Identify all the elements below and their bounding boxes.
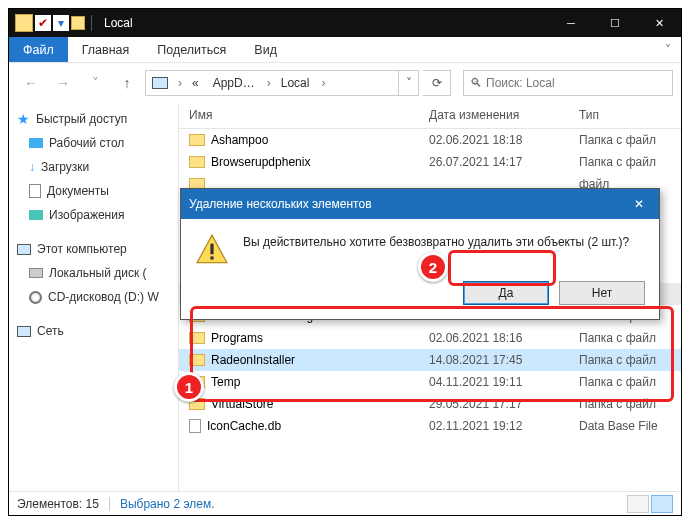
sidebar-item-desktop[interactable]: Рабочий стол (9, 131, 178, 155)
sidebar-item-images[interactable]: Изображения (9, 203, 178, 227)
dialog-message: Вы действительно хотите безвозвратно уда… (243, 233, 629, 249)
delete-confirmation-dialog: Удаление нескольких элементов ✕ Вы дейст… (180, 188, 660, 320)
row-type: Папка с файл (569, 331, 681, 345)
desktop-icon (29, 138, 43, 148)
row-name: Ashampoo (211, 133, 268, 147)
row-date: 02.11.2021 19:12 (419, 419, 569, 433)
sidebar-network[interactable]: Сеть (9, 319, 178, 343)
row-date: 26.07.2021 14:17 (419, 155, 569, 169)
app-icon (71, 16, 85, 30)
folder-icon (189, 354, 205, 366)
titlebar: ✔ ▾ Local ─ ☐ ✕ (9, 9, 681, 37)
chevron-right-icon[interactable]: › (317, 76, 329, 90)
status-bar: Элементов: 15 Выбрано 2 элем. (9, 491, 681, 515)
chevron-right-icon[interactable]: › (263, 76, 275, 90)
row-name: IconCache.db (207, 419, 281, 433)
search-input[interactable]: 🔍︎ Поиск: Local (463, 70, 673, 96)
folder-icon (189, 398, 205, 410)
row-type: Папка с файл (569, 375, 681, 389)
row-type: Папка с файл (569, 133, 681, 147)
sidebar-item-downloads[interactable]: ↓Загрузки (9, 155, 178, 179)
view-thumbnails-button[interactable] (627, 495, 649, 513)
column-headers: Имя Дата изменения Тип (179, 103, 681, 129)
dialog-close-button[interactable]: ✕ (619, 189, 659, 219)
table-row[interactable]: Temp04.11.2021 19:11Папка с файл (179, 371, 681, 393)
folder-icon (189, 332, 205, 344)
svg-rect-2 (210, 256, 213, 259)
row-type: Папка с файл (569, 353, 681, 367)
folder-icon (189, 376, 205, 388)
row-date: 02.06.2021 18:16 (419, 331, 569, 345)
column-date[interactable]: Дата изменения (419, 103, 569, 128)
ribbon-expand-button[interactable]: ˅ (655, 37, 681, 62)
column-name[interactable]: Имя (179, 103, 419, 128)
quick-arrow-icon[interactable]: ▾ (53, 15, 69, 31)
pc-icon (150, 74, 170, 92)
row-name: RadeonInstaller (211, 353, 295, 367)
path-dropdown-button[interactable]: ˅ (398, 71, 418, 95)
sidebar-item-documents[interactable]: Документы (9, 179, 178, 203)
breadcrumb[interactable]: › « AppD… › Local › ˅ (145, 70, 419, 96)
tab-file[interactable]: Файл (9, 37, 68, 62)
search-placeholder: Поиск: Local (486, 76, 555, 90)
tab-home[interactable]: Главная (68, 37, 144, 62)
file-icon (189, 419, 201, 433)
ribbon-tabs: Файл Главная Поделиться Вид ˅ ? (9, 37, 681, 63)
column-type[interactable]: Тип (569, 103, 681, 128)
row-name: VirtualStore (211, 397, 273, 411)
recent-button[interactable]: ˅ (81, 69, 109, 97)
table-row[interactable]: Programs02.06.2021 18:16Папка с файл (179, 327, 681, 349)
warning-icon (195, 233, 229, 267)
breadcrumb-overflow[interactable]: « (186, 71, 207, 95)
table-row[interactable]: IconCache.db02.11.2021 19:12Data Base Fi… (179, 415, 681, 437)
folder-icon (15, 14, 33, 32)
row-date: 02.06.2021 18:18 (419, 133, 569, 147)
tab-share[interactable]: Поделиться (143, 37, 240, 62)
svg-rect-1 (210, 244, 213, 255)
tab-view[interactable]: Вид (240, 37, 291, 62)
table-row[interactable]: RadeonInstaller14.08.2021 17:45Папка с ф… (179, 349, 681, 371)
download-icon: ↓ (29, 160, 35, 174)
row-date: 29.05.2021 17:17 (419, 397, 569, 411)
row-name: Temp (211, 375, 240, 389)
breadcrumb-crumb1[interactable]: AppD… (207, 71, 263, 95)
sidebar-item-localdisk[interactable]: Локальный диск ( (9, 261, 178, 285)
sidebar-item-cddrive[interactable]: CD-дисковод (D:) W (9, 285, 178, 309)
back-button[interactable]: ← (17, 69, 45, 97)
table-row[interactable]: Browserupdphenix26.07.2021 14:17Папка с … (179, 151, 681, 173)
no-button[interactable]: Нет (559, 281, 645, 305)
view-details-button[interactable] (651, 495, 673, 513)
row-date: 04.11.2021 19:11 (419, 375, 569, 389)
close-button[interactable]: ✕ (637, 9, 681, 37)
row-type: Папка с файл (569, 155, 681, 169)
star-icon: ★ (17, 111, 30, 127)
address-bar: ← → ˅ ↑ › « AppD… › Local › ˅ ⟳ 🔍︎ Поиск… (9, 63, 681, 103)
table-row[interactable]: Ashampoo02.06.2021 18:18Папка с файл (179, 129, 681, 151)
minimize-button[interactable]: ─ (549, 9, 593, 37)
search-icon: 🔍︎ (470, 76, 482, 90)
pc-icon (17, 244, 31, 255)
folder-icon (189, 134, 205, 146)
chevron-right-icon[interactable]: › (174, 76, 186, 90)
window-title: Local (104, 16, 549, 30)
refresh-button[interactable]: ⟳ (423, 70, 451, 96)
cd-icon (29, 291, 42, 304)
network-icon (17, 326, 31, 337)
sidebar-this-pc[interactable]: Этот компьютер (9, 237, 178, 261)
quick-check-icon[interactable]: ✔ (35, 15, 51, 31)
up-button[interactable]: ↑ (113, 69, 141, 97)
status-selected-count: Выбрано 2 элем. (120, 497, 215, 511)
row-name: Browserupdphenix (211, 155, 310, 169)
sidebar-quick-access[interactable]: ★Быстрый доступ (9, 107, 178, 131)
forward-button[interactable]: → (49, 69, 77, 97)
yes-button[interactable]: Да (463, 281, 549, 305)
navigation-pane: ★Быстрый доступ Рабочий стол ↓Загрузки Д… (9, 103, 179, 491)
folder-icon (189, 156, 205, 168)
dialog-title: Удаление нескольких элементов (189, 197, 619, 211)
table-row[interactable]: VirtualStore29.05.2021 17:17Папка с файл (179, 393, 681, 415)
row-type: Data Base File (569, 419, 681, 433)
status-item-count: Элементов: 15 (17, 497, 99, 511)
breadcrumb-crumb2[interactable]: Local (275, 71, 318, 95)
maximize-button[interactable]: ☐ (593, 9, 637, 37)
row-date: 14.08.2021 17:45 (419, 353, 569, 367)
